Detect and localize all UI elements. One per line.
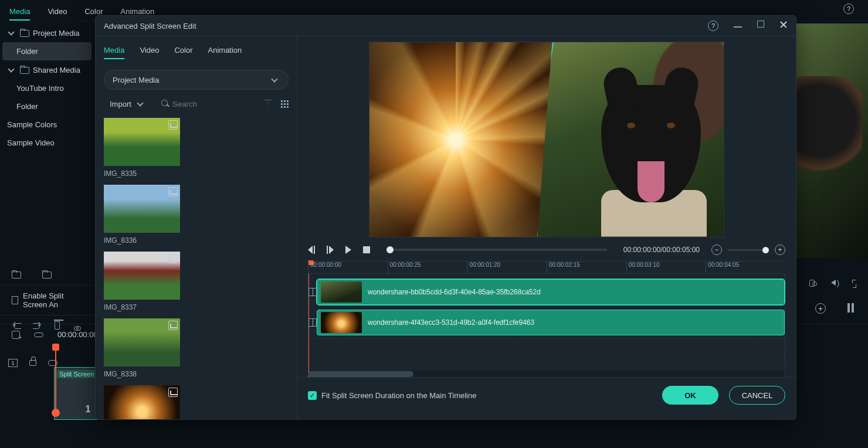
- fit-duration-label: Fit Split Screen Duration on the Main Ti…: [321, 391, 476, 400]
- chevron-down-icon: [270, 75, 280, 84]
- image-badge-icon: [168, 120, 178, 130]
- timeline-clip[interactable]: wondershare-4f43ecc3-531d-49b2-a0f4-fedf…: [317, 310, 785, 335]
- tree-shared-media[interactable]: Shared Media: [2, 60, 91, 79]
- tree-label: Shared Media: [33, 66, 80, 74]
- checkbox-checked-icon: ✓: [308, 391, 317, 400]
- help-icon[interactable]: ?: [843, 4, 854, 14]
- dlg-tab-color[interactable]: Color: [174, 42, 192, 59]
- split-track-icon[interactable]: [308, 318, 317, 327]
- minimize-icon[interactable]: [734, 26, 742, 28]
- empty-track[interactable]: [308, 338, 785, 369]
- main-preview: [792, 23, 868, 258]
- filter-icon[interactable]: [263, 99, 273, 108]
- tree-sample-colors[interactable]: Sample Colors: [2, 116, 91, 134]
- track-video-icon[interactable]: 1: [8, 359, 18, 367]
- media-thumbnail[interactable]: [104, 318, 180, 366]
- main-tab-video[interactable]: Video: [48, 4, 67, 21]
- tree-project-media[interactable]: Project Media: [2, 23, 91, 42]
- import-button[interactable]: Import: [104, 97, 151, 111]
- add-track-icon[interactable]: +: [815, 303, 826, 314]
- media-item[interactable]: IMG_8338: [104, 318, 186, 378]
- step-forward-icon[interactable]: [327, 246, 334, 254]
- main-right-tools: 00:00:00:14: [798, 261, 868, 296]
- tree-folder[interactable]: Folder: [2, 42, 91, 60]
- media-caption: IMG_8338: [104, 370, 186, 378]
- dlg-tab-media[interactable]: Media: [104, 42, 124, 59]
- close-icon[interactable]: [779, 21, 788, 29]
- add-folder-icon[interactable]: [12, 270, 21, 279]
- snapshot-icon[interactable]: [809, 280, 815, 287]
- fullscreen-icon[interactable]: [852, 280, 856, 288]
- search-icon: [161, 99, 169, 108]
- clip-name: wondershare-bb0b5cdd-6d3f-40e4-85ae-35fb…: [368, 288, 541, 296]
- scrollbar-handle[interactable]: [308, 371, 413, 377]
- preview-area: [297, 36, 796, 239]
- seek-slider[interactable]: [386, 249, 607, 251]
- tree-youtube-intro[interactable]: YouTube Intro: [2, 79, 91, 97]
- image-badge-icon: [168, 254, 178, 263]
- stop-icon[interactable]: [363, 246, 370, 253]
- timeline-ruler[interactable]: 00:00:00:00 00:00:00:25 00:00:01:20 00:0…: [308, 261, 785, 274]
- play-icon[interactable]: [345, 246, 351, 254]
- media-item[interactable]: [104, 385, 186, 419]
- clip-thumbnail: [321, 312, 362, 333]
- tree-label: Project Media: [33, 29, 79, 38]
- media-item[interactable]: IMG_8335: [104, 118, 186, 178]
- media-source-select[interactable]: Project Media: [104, 70, 289, 90]
- chevron-down-icon: [136, 99, 145, 108]
- speaker-icon[interactable]: [831, 280, 836, 286]
- pause-icon[interactable]: [847, 303, 854, 313]
- zoom-slider[interactable]: [728, 249, 769, 251]
- lock-icon[interactable]: [29, 360, 36, 366]
- enable-split-label: Enable Split Screen An: [23, 291, 82, 309]
- tree-folder-2[interactable]: Folder: [2, 97, 91, 116]
- grid-view-icon[interactable]: [281, 100, 289, 108]
- clip-label: Split Screen: [57, 370, 96, 378]
- media-tree: Project Media Folder Shared Media YouTub…: [0, 19, 94, 265]
- zoom-handle-icon[interactable]: [762, 247, 769, 253]
- media-thumbnail[interactable]: [104, 185, 180, 233]
- link-icon[interactable]: [34, 332, 43, 337]
- preview-region-2[interactable]: [537, 42, 724, 237]
- media-item[interactable]: IMG_8337: [104, 252, 186, 311]
- clip-num: 1: [86, 404, 91, 415]
- tree-label: Folder: [16, 102, 38, 111]
- media-thumbnail[interactable]: [104, 118, 180, 166]
- preview-region-1[interactable]: [369, 42, 561, 237]
- fit-duration-checkbox[interactable]: ✓ Fit Split Screen Duration on the Main …: [308, 391, 476, 400]
- media-thumbnail[interactable]: [104, 385, 180, 419]
- split-timeline: 00:00:00:00 00:00:00:25 00:00:01:20 00:0…: [297, 261, 796, 377]
- zoom-out-icon[interactable]: −: [711, 245, 722, 255]
- tree-sample-video[interactable]: Sample Video: [2, 134, 91, 152]
- ruler-tick: 00:00:03:10: [626, 262, 706, 273]
- clip-thumbnail: [321, 281, 362, 303]
- advanced-split-screen-dialog: Advanced Split Screen Edit ? Media Video…: [95, 15, 796, 420]
- tree-label: YouTube Intro: [16, 84, 64, 93]
- dlg-tab-animation[interactable]: Animation: [208, 42, 242, 59]
- checkbox-icon[interactable]: [12, 296, 18, 304]
- split-screen-preview[interactable]: [369, 42, 724, 237]
- media-thumbnail[interactable]: [104, 252, 180, 300]
- media-thumbnail-list[interactable]: IMG_8335 IMG_8336 IMG_8337 IMG_8338: [96, 118, 297, 419]
- timeline-scrollbar[interactable]: [308, 371, 785, 377]
- dialog-preview-panel: 00:00:00:00/00:00:05:00 − + 00:00:00:00 …: [297, 36, 796, 419]
- zoom-in-icon[interactable]: +: [775, 245, 785, 255]
- seek-handle-icon[interactable]: [386, 246, 394, 253]
- dlg-tab-video[interactable]: Video: [140, 42, 159, 59]
- search-field[interactable]: [172, 100, 254, 108]
- media-item[interactable]: IMG_8336: [104, 185, 186, 245]
- cancel-button[interactable]: CANCEL: [729, 386, 785, 405]
- search-input[interactable]: [160, 97, 255, 111]
- main-tab-media[interactable]: Media: [9, 4, 30, 21]
- playhead-icon[interactable]: [55, 345, 56, 415]
- timeline-clip[interactable]: wondershare-bb0b5cdd-6d3f-40e4-85ae-35fb…: [317, 279, 785, 305]
- snapshot-button-icon[interactable]: [12, 331, 20, 339]
- step-back-icon[interactable]: [308, 246, 315, 254]
- folder-icon[interactable]: [42, 270, 52, 279]
- transport-bar: 00:00:00:00/00:00:05:00 − +: [297, 239, 796, 261]
- help-icon[interactable]: ?: [708, 21, 718, 31]
- maximize-icon[interactable]: [757, 21, 764, 28]
- timeline-tracks: wondershare-bb0b5cdd-6d3f-40e4-85ae-35fb…: [308, 274, 785, 377]
- ok-button[interactable]: OK: [662, 386, 718, 405]
- split-track-icon[interactable]: [308, 288, 317, 296]
